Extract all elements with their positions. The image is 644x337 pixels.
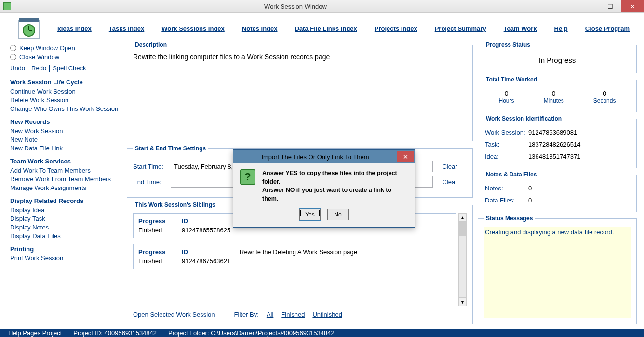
menu-data-file-links-index[interactable]: Data File Links Index	[295, 25, 357, 32]
description-fieldset: Description Rewrite the linking computer…	[127, 41, 473, 141]
keep-window-open-radio[interactable]: Keep Window Open	[10, 44, 122, 52]
titlebar: Work Session Window — ☐ ✕	[0, 0, 644, 13]
identification-fieldset: Work Session Identification Work Session…	[478, 115, 637, 168]
dialog-message: Answer YES to copy these files into the …	[262, 169, 408, 203]
scroll-down-icon[interactable]: ▼	[459, 297, 466, 306]
redo-link[interactable]: Redo	[28, 65, 50, 72]
clear-end-time-link[interactable]: Clear	[433, 178, 467, 186]
undo-link[interactable]: Undo	[10, 65, 28, 72]
top-nav: Ideas Index Tasks Index Work Sessions In…	[0, 13, 644, 41]
menu-notes-index[interactable]: Notes Index	[242, 25, 278, 32]
notes-files-fieldset: Notes & Data Files Notes:0 Data Files:0	[478, 171, 637, 212]
open-selected-link[interactable]: Open Selected Work Session	[133, 311, 215, 318]
manage-work-assignments-link[interactable]: Manage Work Assignments	[10, 184, 122, 191]
menu-projects-index[interactable]: Projects Index	[375, 25, 417, 32]
filter-all-link[interactable]: All	[267, 311, 273, 318]
dialog-close-button[interactable]: ✕	[397, 151, 414, 162]
progress-status-fieldset: Progress Status In Progress	[478, 41, 637, 73]
menu-team-work[interactable]: Team Work	[504, 25, 537, 32]
status-messages-fieldset: Status Messages Creating and displaying …	[478, 215, 637, 324]
window-title: Work Session Window	[14, 3, 577, 10]
sibling-row[interactable]: Progress ID Rewrite the Deleting A Work …	[133, 244, 456, 269]
app-icon	[3, 2, 11, 10]
team-services-title: Team Work Services	[10, 158, 122, 165]
maximize-button[interactable]: ☐	[599, 0, 621, 12]
printing-title: Printing	[10, 245, 122, 253]
minimize-button[interactable]: —	[577, 0, 599, 12]
calendar-icon	[18, 17, 40, 40]
menu-work-sessions-index[interactable]: Work Sessions Index	[161, 25, 225, 32]
siblings-scrollbar[interactable]: ▲ ▼	[458, 213, 467, 306]
description-text[interactable]: Rewrite the linking computer files to a …	[133, 53, 467, 135]
scroll-up-icon[interactable]: ▲	[459, 214, 466, 222]
display-data-files-link[interactable]: Display Data Files	[10, 232, 122, 240]
close-window-radio[interactable]: Close Window	[10, 54, 122, 61]
status-project-folder: Project Folder: C:\Users\Darren\Projects…	[168, 329, 335, 337]
delete-work-session-link[interactable]: Delete Work Session	[10, 96, 122, 104]
display-notes-link[interactable]: Display Notes	[10, 224, 122, 231]
new-data-file-link[interactable]: New Data File Link	[10, 145, 122, 152]
start-time-label: Start Time:	[133, 163, 171, 170]
sidebar: Keep Window Open Close Window Undo Redo …	[10, 41, 122, 324]
menu-ideas-index[interactable]: Ideas Index	[57, 25, 92, 32]
scroll-thumb[interactable]	[459, 222, 466, 236]
display-task-link[interactable]: Display Task	[10, 215, 122, 222]
change-owner-link[interactable]: Change Who Owns This Work Session	[10, 105, 122, 112]
status-project-id: Project ID: 400956931534842	[73, 329, 157, 337]
add-work-to-team-link[interactable]: Add Work To Team Members	[10, 167, 122, 174]
dialog-title: Import The Files Or Only Link To Them	[233, 153, 397, 161]
yes-button[interactable]: Yes	[299, 209, 321, 220]
menu-help[interactable]: Help	[554, 25, 568, 32]
filter-by-label: Filter By:	[234, 311, 259, 318]
new-records-title: New Records	[10, 118, 122, 125]
filter-unfinished-link[interactable]: Unfinished	[312, 311, 342, 318]
menu-tasks-index[interactable]: Tasks Index	[109, 25, 144, 32]
close-button[interactable]: ✕	[621, 0, 644, 12]
continue-work-session-link[interactable]: Continue Work Session	[10, 88, 122, 95]
no-button[interactable]: No	[327, 209, 349, 220]
status-message-text: Creating and displaying a new data file …	[484, 227, 631, 318]
svg-rect-1	[19, 18, 39, 22]
right-panel: Progress Status In Progress Total Time W…	[478, 41, 637, 324]
new-work-session-link[interactable]: New Work Session	[10, 127, 122, 135]
progress-status-value: In Progress	[484, 53, 631, 67]
print-work-session-link[interactable]: Print Work Session	[10, 255, 122, 262]
menu-close-program[interactable]: Close Program	[585, 25, 630, 32]
remove-work-from-team-link[interactable]: Remove Work From Team Members	[10, 175, 122, 183]
status-project-name: Help Pages Project	[8, 329, 62, 337]
spell-check-link[interactable]: Spell Check	[50, 65, 89, 72]
menu-project-summary[interactable]: Project Summary	[435, 25, 486, 32]
question-icon: ?	[240, 169, 255, 185]
work-session-window: Work Session Window — ☐ ✕ Ideas Index Ta…	[0, 0, 644, 337]
filter-finished-link[interactable]: Finished	[281, 311, 305, 318]
lifecycle-title: Work Session Life Cycle	[10, 79, 122, 86]
statusbar: Help Pages Project Project ID: 400956931…	[0, 329, 644, 337]
display-idea-link[interactable]: Display Idea	[10, 206, 122, 214]
import-files-dialog: Import The Files Or Only Link To Them ✕ …	[233, 149, 415, 228]
related-records-title: Display Related Records	[10, 197, 122, 204]
clear-start-time-link[interactable]: Clear	[433, 163, 467, 170]
new-note-link[interactable]: New Note	[10, 136, 122, 143]
end-time-label: End Time:	[133, 178, 171, 186]
time-worked-fieldset: Total Time Worked 0Hours 0Minutes 0Secon…	[478, 76, 637, 112]
